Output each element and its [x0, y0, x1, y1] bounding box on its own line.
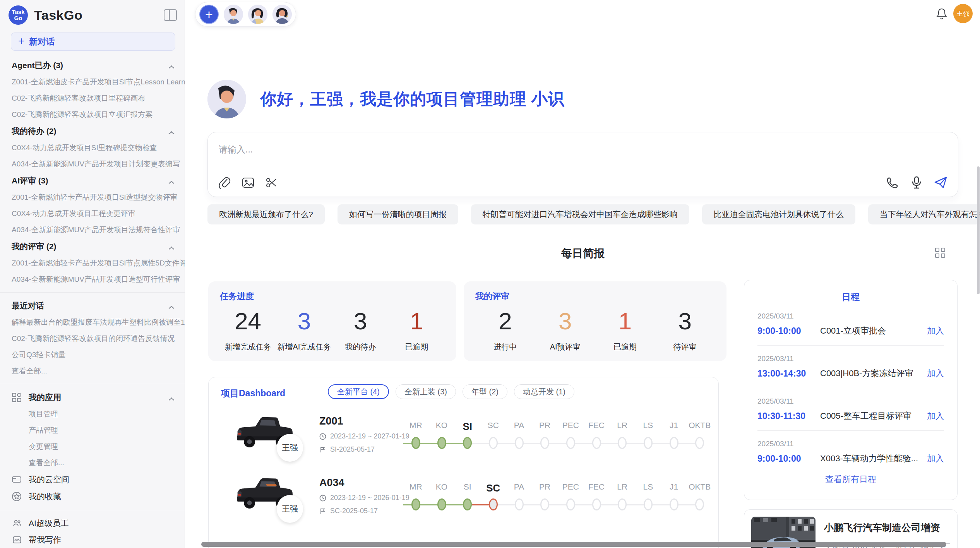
stat-new-done: 24 新增完成任务 [220, 306, 276, 352]
event-date: 2025/03/11 [757, 440, 944, 448]
add-agent-button[interactable]: + [199, 5, 219, 24]
chat-input[interactable] [219, 142, 799, 157]
brand-name: TaskGo [34, 8, 164, 23]
schedule-panel: 日程 2025/03/11 9:00-10:00 C001-立项审批会 加入 2… [744, 280, 958, 500]
taskgo-logo: Task Go [9, 5, 28, 25]
app-item-change-mgmt[interactable]: 变更管理 [0, 438, 185, 455]
project-dates: 2023-12-19 ~ 2027-01-19 [319, 432, 409, 440]
composer [207, 132, 958, 197]
schedule-title: 日程 [757, 291, 944, 303]
suggestion-chips: 欧洲新规最近颁布了什么? 如何写一份清晰的项目周报 特朗普可能对进口汽车增税会对… [207, 204, 966, 224]
section-my-todo[interactable]: 我的待办 (2) [0, 123, 185, 140]
suggestion-chip[interactable]: 当下年轻人对汽车外观有怎样的喜好趋势 [868, 204, 980, 224]
user-avatar[interactable]: 王强 [953, 4, 973, 23]
tab-new-body[interactable]: 全新上装 (3) [396, 384, 456, 399]
tab-new-platform[interactable]: 全新平台 (4) [328, 384, 389, 399]
event-date: 2025/03/11 [757, 354, 944, 363]
sidebar-collapse-icon[interactable] [164, 9, 177, 21]
dashboard-title: 项目Dashboard [221, 387, 285, 399]
milestone-strip: MRKO SISC PAPR PECFEC LRLS J1OKTB [403, 482, 713, 513]
suggestion-chip[interactable]: 特朗普可能对进口汽车增税会对中国车企造成哪些影响 [471, 204, 689, 224]
section-agent-done[interactable]: Agent已办 (3) [0, 57, 185, 74]
sidebar-item[interactable]: C02-飞腾新能源轻客改款项目立项汇报方案 [0, 106, 185, 123]
my-apps[interactable]: 我的应用 [0, 389, 185, 406]
layout-grid-icon[interactable] [935, 248, 945, 258]
app-item-product-mgmt[interactable]: 产品管理 [0, 422, 185, 438]
tool-ai-super-staff[interactable]: AI超级员工 [0, 515, 185, 531]
tool-help-me-write[interactable]: 帮我写作 [0, 531, 185, 548]
section-ai-review[interactable]: AI评审 (3) [0, 172, 185, 189]
section-my-review[interactable]: 我的评审 (2) [0, 238, 185, 255]
milestone-dot [670, 498, 678, 510]
sidebar: Task Go TaskGo + 新对话 Agent已办 (3) Z001-全新… [0, 0, 185, 548]
send-icon[interactable] [934, 175, 948, 190]
join-link[interactable]: 加入 [927, 325, 944, 337]
chevron-up-icon [168, 179, 175, 183]
sidebar-item[interactable]: A034-全新新能源MUV产品开发项目法规符合性评审 [0, 222, 185, 238]
section-recent-chats[interactable]: 最近对话 [0, 297, 185, 314]
voice-call-icon[interactable] [885, 175, 899, 190]
suggestion-chip[interactable]: 欧洲新规最近颁布了什么? [207, 204, 325, 224]
sidebar-item[interactable]: Z001-全新燃油轻卡产品开发项目SI节点属性5D文件评审 [0, 255, 185, 271]
vertical-scrollbar[interactable] [977, 166, 980, 294]
horizontal-scrollbar[interactable] [201, 542, 946, 547]
tab-year-model[interactable]: 年型 (2) [463, 384, 507, 399]
sidebar-header: Task Go TaskGo [0, 0, 185, 29]
milestone-dot-done [437, 498, 446, 510]
join-link[interactable]: 加入 [927, 368, 944, 379]
tab-powertrain[interactable]: 动总开发 (1) [514, 384, 574, 399]
milestone-dot [592, 498, 601, 510]
star-icon [12, 491, 22, 502]
daily-briefing-header: 每日简报 [207, 246, 958, 261]
flag-icon [319, 508, 326, 515]
stat-in-progress: 2 进行中 [475, 306, 535, 352]
milestone-dot [515, 437, 524, 449]
sidebar-item[interactable]: Z001-全新燃油皮卡产品开发项目SI节点Lesson Learn报告 [0, 74, 185, 90]
milestone-strip: MRKO SISC PAPR PECFEC LRLS J1OKTB [403, 421, 713, 451]
sidebar-item[interactable]: A034-全新新能源MUV产品开发项目造型可行性评审 [0, 271, 185, 288]
app-item-project-mgmt[interactable]: 项目管理 [0, 406, 185, 422]
greeting-text: 你好，王强，我是你的项目管理助理 小识 [260, 88, 565, 110]
scissors-icon[interactable] [264, 175, 279, 190]
project-name[interactable]: Z001 [319, 415, 343, 427]
my-cloud-space[interactable]: 我的云空间 [0, 471, 185, 488]
recent-chat-item[interactable]: 解释最新出台的欧盟报废车法规再生塑料比例被调至15%... [0, 314, 185, 331]
milestone-dot [618, 498, 627, 510]
sidebar-item[interactable]: C02-飞腾新能源轻客改款项目里程碑画布 [0, 90, 185, 106]
my-favorites[interactable]: 我的收藏 [0, 488, 185, 505]
apps-view-all[interactable]: 查看全部... [0, 455, 185, 471]
stat-new-ai-done: 3 新增AI完成任务 [276, 306, 332, 352]
image-icon[interactable] [241, 175, 255, 190]
view-all-schedule-link[interactable]: 查看所有日程 [757, 474, 944, 485]
cloud-folder-icon [12, 474, 22, 485]
agent-avatar-1[interactable] [224, 5, 243, 24]
milestone-dot-done [463, 437, 472, 449]
milestone-dot-done [437, 437, 446, 449]
suggestion-chip[interactable]: 比亚迪全固态电池计划具体说了什么 [702, 204, 855, 224]
milestone-dot [515, 498, 524, 510]
recent-chat-item[interactable]: 公司Q3轻卡销量 [0, 347, 185, 363]
new-chat-button[interactable]: + 新对话 [11, 33, 175, 51]
agent-avatar-2[interactable] [248, 5, 267, 24]
microphone-icon[interactable] [909, 175, 923, 190]
suggestion-chip[interactable]: 如何写一份清晰的项目周报 [338, 204, 458, 224]
milestone-dot [618, 437, 627, 449]
sidebar-item[interactable]: C0X4-动力总成开发项目SI里程碑提交物检查 [0, 140, 185, 156]
milestone-dot [566, 437, 575, 449]
notification-bell-icon[interactable] [936, 8, 947, 20]
schedule-event: 10:30-11:30 C005-整车工程目标评审 加入 [757, 410, 944, 422]
attachment-icon[interactable] [217, 175, 231, 190]
project-name[interactable]: A034 [319, 477, 344, 489]
join-link[interactable]: 加入 [927, 453, 944, 464]
join-link[interactable]: 加入 [927, 410, 944, 422]
schedule-event: 9:00-10:00 C001-立项审批会 加入 [757, 325, 944, 337]
recent-view-all[interactable]: 查看全部... [0, 363, 185, 379]
sidebar-item[interactable]: A034-全新新能源MUV产品开发项目计划变更表编写 [0, 156, 185, 172]
recent-chat-item[interactable]: C02-飞腾新能源轻客改款项目的闭环通告反馈情况 [0, 331, 185, 347]
sidebar-item[interactable]: C0X4-动力总成开发项目工程变更评审 [0, 206, 185, 222]
clock-icon [319, 433, 326, 440]
agent-avatar-3[interactable] [272, 5, 292, 24]
sidebar-item[interactable]: Z001-全新燃油轻卡产品开发项目SI造型提交物评审 [0, 189, 185, 206]
milestone-dot [489, 437, 498, 449]
divider [0, 292, 185, 293]
